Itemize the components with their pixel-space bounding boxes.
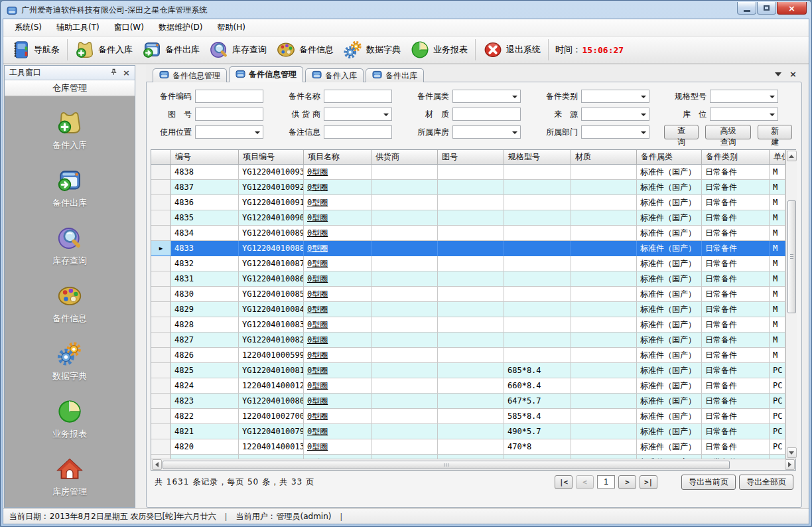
row-selector[interactable] (151, 210, 171, 226)
combo-field[interactable] (452, 90, 521, 103)
row-selector[interactable] (151, 394, 171, 409)
row-selector[interactable] (151, 180, 171, 195)
chevron-down-icon[interactable] (770, 113, 775, 116)
query-button[interactable]: 查询 (664, 125, 699, 139)
table-row[interactable]: 4831YG122040100860型圈标准件（国产）日常备件M (151, 271, 785, 287)
combo-field[interactable] (710, 108, 778, 121)
row-selector[interactable] (151, 333, 171, 348)
combo-field[interactable] (581, 108, 649, 121)
prev-page-button[interactable]: < (576, 475, 594, 489)
chevron-down-icon[interactable] (512, 131, 517, 134)
menu-item-4[interactable]: 帮助(H) (210, 19, 253, 37)
tab-1[interactable]: >备件信息管理 (229, 66, 303, 82)
panel-close-icon[interactable]: × (123, 68, 130, 77)
scroll-down-icon[interactable] (787, 447, 797, 458)
row-selector[interactable] (151, 317, 171, 333)
column-header-5[interactable]: 图号 (438, 150, 504, 165)
row-selector-header[interactable] (151, 150, 171, 165)
minimize-button[interactable] (737, 2, 756, 15)
chevron-down-icon[interactable] (641, 131, 646, 134)
tab-2[interactable]: >备件入库 (305, 68, 364, 82)
table-row[interactable]: 4832YG122040100870型圈标准件（国产）日常备件M (151, 256, 785, 271)
sidebar-item-1[interactable]: 备件出库 (52, 167, 87, 209)
scroll-left-icon[interactable] (152, 459, 162, 470)
column-header-2[interactable]: 项目编号 (239, 150, 304, 165)
toolbar-button-6[interactable]: 业务报表 (405, 38, 472, 62)
chevron-down-icon[interactable] (770, 96, 775, 98)
sidebar-item-4[interactable]: 数据字典 (52, 340, 87, 382)
table-row[interactable]: 482612204010005990型圈标准件（国产）日常备件M (151, 348, 785, 363)
pin-icon[interactable] (110, 68, 117, 78)
tab-0[interactable]: >备件信息管理 (153, 68, 227, 82)
combo-field[interactable] (581, 125, 649, 139)
menu-item-3[interactable]: 数据维护(D) (151, 19, 210, 37)
vertical-scrollbar[interactable] (785, 150, 797, 459)
table-row[interactable]: 4834YG122040100890型圈标准件（国产）日常备件M (151, 226, 785, 241)
table-row[interactable]: 482412204014000120型圈660*8.4标准件（国产）日常备件PC (151, 378, 785, 394)
row-selector[interactable] (151, 195, 171, 210)
toolbar-button-0[interactable]: 导航条 (6, 38, 64, 62)
next-page-button[interactable]: > (618, 475, 636, 489)
panel-splitter[interactable] (135, 64, 146, 508)
text-field[interactable] (195, 108, 263, 121)
row-selector[interactable] (151, 165, 171, 180)
combo-field[interactable] (452, 125, 521, 139)
toolbar-button-3[interactable]: 库存查询 (204, 38, 271, 62)
tab-close-icon[interactable]: × (789, 70, 797, 78)
vertical-scroll-thumb[interactable] (787, 200, 796, 313)
text-field[interactable] (195, 90, 263, 103)
chevron-down-icon[interactable] (641, 96, 646, 98)
maximize-button[interactable] (757, 2, 776, 15)
combo-field[interactable] (581, 90, 649, 103)
row-selector[interactable] (151, 348, 171, 363)
sidebar-item-0[interactable]: 备件入库 (52, 110, 87, 151)
table-row[interactable]: 4825YG122040100810型圈685*8.4标准件（国产）日常备件PC (151, 363, 785, 378)
chevron-down-icon[interactable] (255, 131, 260, 134)
first-page-button[interactable]: |< (555, 475, 573, 489)
combo-field[interactable] (195, 125, 263, 139)
table-row[interactable]: 4830YG122040100850型圈标准件（国产）日常备件M (151, 287, 785, 302)
combo-field[interactable] (710, 90, 778, 103)
page-number-input[interactable] (597, 475, 615, 489)
table-row[interactable]: 4837YG122040100920型圈标准件（国产）日常备件M (151, 180, 785, 195)
text-field[interactable] (324, 90, 392, 103)
table-row[interactable]: 4821YG122040100790型圈490*5.7标准件（国产）日常备件PC (151, 424, 785, 439)
row-selector[interactable] (151, 424, 171, 439)
close-button[interactable]: × (777, 2, 807, 15)
sidebar-item-3[interactable]: 备件信息 (52, 283, 87, 325)
toolbar-button-1[interactable]: 备件入库 (70, 38, 137, 62)
column-header-9[interactable]: 备件类别 (702, 150, 770, 165)
row-selector[interactable] (151, 302, 171, 317)
column-header-1[interactable]: 编号 (171, 150, 239, 165)
table-row[interactable]: 482212204010027000型圈585*8.4标准件（国产）日常备件PC (151, 409, 785, 424)
row-selector[interactable] (151, 439, 171, 455)
table-row[interactable]: 4827YG122040100820型圈标准件（国产）日常备件M (151, 333, 785, 348)
text-field[interactable] (324, 125, 392, 139)
table-row[interactable]: 482012204014000130型圈470*8标准件（国产）日常备件PC (151, 439, 785, 455)
chevron-down-icon[interactable] (641, 113, 646, 116)
table-row[interactable]: 4823YG122040100800型圈647*5.7标准件（国产）日常备件PC (151, 394, 785, 409)
row-selector[interactable] (151, 271, 171, 287)
row-selector[interactable] (151, 363, 171, 378)
tab-list-chevron-icon[interactable] (775, 72, 781, 76)
column-header-3[interactable]: 项目名称 (304, 150, 372, 165)
column-header-6[interactable]: 规格型号 (504, 150, 571, 165)
row-selector[interactable] (151, 287, 171, 302)
row-selector[interactable]: ▶ (151, 241, 171, 256)
table-row[interactable]: 4835YG122040100900型圈标准件（国产）日常备件M (151, 210, 785, 226)
table-row[interactable]: 4838YG122040100930型圈标准件（国产）日常备件M (151, 165, 785, 180)
table-row[interactable]: 4829YG122040100840型圈标准件（国产）日常备件M (151, 302, 785, 317)
chevron-down-icon[interactable] (383, 113, 389, 116)
row-selector[interactable] (151, 226, 171, 241)
column-header-8[interactable]: 备件属类 (637, 150, 702, 165)
tab-3[interactable]: >备件出库 (366, 68, 424, 82)
table-row[interactable]: ▶4833YG122040100880型圈标准件（国产）日常备件M (151, 241, 785, 256)
table-row[interactable]: 4828YG122040100830型圈标准件（国产）日常备件M (151, 317, 785, 333)
toolbar-button-4[interactable]: 备件信息 (271, 38, 338, 62)
export-current-page-button[interactable]: 导出当前页 (681, 475, 736, 490)
row-selector[interactable] (151, 378, 171, 394)
sidebar-item-2[interactable]: 库存查询 (52, 225, 87, 267)
sidebar-item-5[interactable]: 业务报表 (52, 398, 87, 440)
scroll-up-icon[interactable] (787, 151, 797, 161)
menu-item-1[interactable]: 辅助工具(T) (49, 19, 107, 37)
